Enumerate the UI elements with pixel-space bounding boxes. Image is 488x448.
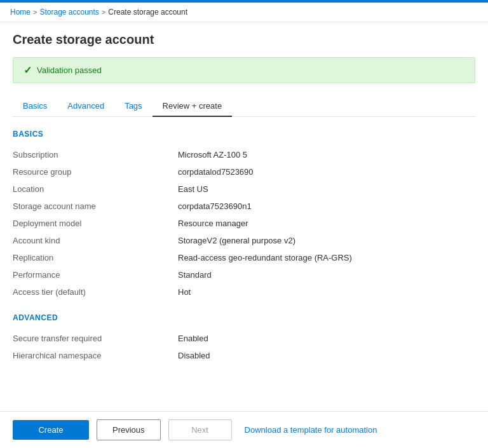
value-storage-account-name: corpdata7523690n1 xyxy=(178,201,475,211)
validation-text: Validation passed xyxy=(37,65,102,75)
tab-basics[interactable]: Basics xyxy=(13,96,57,117)
row-storage-account-name: Storage account name corpdata7523690n1 xyxy=(13,198,475,215)
tab-bar: Basics Advanced Tags Review + create xyxy=(13,96,475,117)
value-deployment-model: Resource manager xyxy=(178,219,475,228)
label-secure-transfer: Secure transfer required xyxy=(13,334,178,343)
label-account-kind: Account kind xyxy=(13,236,178,245)
advanced-table: Secure transfer required Enabled Hierarc… xyxy=(13,330,475,364)
row-account-kind: Account kind StorageV2 (general purpose … xyxy=(13,232,475,249)
breadcrumb-storage-accounts[interactable]: Storage accounts xyxy=(39,8,98,17)
row-location: Location East US xyxy=(13,180,475,198)
row-deployment-model: Deployment model Resource manager xyxy=(13,215,475,232)
label-access-tier: Access tier (default) xyxy=(13,287,178,297)
value-location: East US xyxy=(178,184,475,194)
label-deployment-model: Deployment model xyxy=(13,219,178,228)
row-performance: Performance Standard xyxy=(13,266,475,283)
value-secure-transfer: Enabled xyxy=(178,334,475,343)
value-replication: Read-access geo-redundant storage (RA-GR… xyxy=(178,253,475,262)
label-subscription: Subscription xyxy=(13,150,178,160)
section-header-basics: BASICS xyxy=(13,130,475,139)
breadcrumb-sep-2: > xyxy=(102,8,105,16)
label-location: Location xyxy=(13,184,178,194)
breadcrumb-sep-1: > xyxy=(33,8,37,16)
tab-review-create[interactable]: Review + create xyxy=(152,96,233,117)
breadcrumb-current: Create storage account xyxy=(108,8,187,17)
page-title: Create storage account xyxy=(13,32,475,47)
create-button[interactable]: Create xyxy=(13,420,89,440)
label-performance: Performance xyxy=(13,270,178,280)
value-performance: Standard xyxy=(178,270,475,280)
basics-table: Subscription Microsoft AZ-100 5 Resource… xyxy=(13,146,475,301)
section-header-advanced: ADVANCED xyxy=(13,313,475,322)
breadcrumb: Home > Storage accounts > Create storage… xyxy=(0,3,488,22)
label-hierarchical-namespace: Hierarchical namespace xyxy=(13,351,178,360)
label-storage-account-name: Storage account name xyxy=(13,201,178,211)
label-replication: Replication xyxy=(13,253,178,262)
value-hierarchical-namespace: Disabled xyxy=(178,351,475,360)
label-resource-group: Resource group xyxy=(13,167,178,177)
row-subscription: Subscription Microsoft AZ-100 5 xyxy=(13,146,475,163)
download-template-link[interactable]: Download a template for automation xyxy=(245,425,377,435)
value-subscription: Microsoft AZ-100 5 xyxy=(178,150,475,160)
next-button: Next xyxy=(168,419,232,440)
previous-button[interactable]: Previous xyxy=(97,419,161,440)
value-account-kind: StorageV2 (general purpose v2) xyxy=(178,236,475,245)
footer-bar: Create Previous Next Download a template… xyxy=(0,411,488,448)
validation-check-icon: ✓ xyxy=(24,64,32,76)
value-access-tier: Hot xyxy=(178,287,475,297)
breadcrumb-home[interactable]: Home xyxy=(10,8,30,17)
row-replication: Replication Read-access geo-redundant st… xyxy=(13,249,475,266)
value-resource-group: corpdatalod7523690 xyxy=(178,167,475,177)
row-hierarchical-namespace: Hierarchical namespace Disabled xyxy=(13,347,475,364)
tab-tags[interactable]: Tags xyxy=(114,96,152,117)
row-resource-group: Resource group corpdatalod7523690 xyxy=(13,163,475,180)
row-secure-transfer: Secure transfer required Enabled xyxy=(13,330,475,347)
validation-banner: ✓ Validation passed xyxy=(13,57,475,83)
tab-advanced[interactable]: Advanced xyxy=(57,96,114,117)
row-access-tier: Access tier (default) Hot xyxy=(13,283,475,301)
